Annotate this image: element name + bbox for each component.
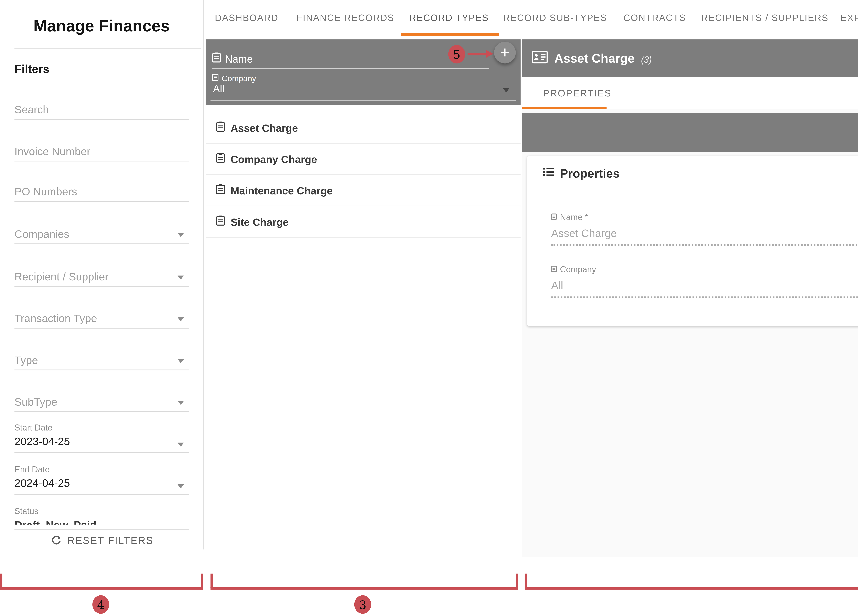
badge-icon [532,50,548,66]
chevron-down-icon[interactable] [177,317,184,321]
chevron-down-icon[interactable] [177,275,184,280]
list-header: Name 5 + Company All [206,39,521,105]
company-field-value[interactable]: All [551,280,858,291]
record-type-list: Asset Charge Company Charge [206,112,521,238]
nav-tab-record-types[interactable]: RECORD TYPES [409,0,489,35]
company-field[interactable]: Company All [551,264,858,298]
start-date-label: Start Date [14,423,189,432]
end-date-label: End Date [14,464,189,474]
filter-recipient-supplier[interactable]: Recipient / Supplier [14,269,189,287]
chevron-down-icon[interactable] [177,359,184,363]
chevron-down-icon[interactable] [177,484,184,488]
chevron-down-icon[interactable] [177,443,184,446]
chevron-down-icon[interactable] [177,401,184,405]
field-underline [14,452,189,453]
filter-type[interactable]: Type [14,353,189,370]
dotted-underline [551,244,858,246]
field-underline [14,119,189,120]
record-type-row[interactable]: Maintenance Charge [206,175,521,207]
start-date-field[interactable]: Start Date 2023-04-25 [14,423,189,448]
reset-filters-label: RESET FILTERS [67,535,154,546]
nav-tab-contracts[interactable]: CONTRACTS [623,0,686,35]
field-underline [14,328,189,328]
detail-tab-bar: PROPERTIES [522,77,858,109]
properties-card: Properties Name * Asset Charge [527,156,858,326]
record-types-list-panel: Name 5 + Company All [206,39,521,557]
filter-placeholder: Recipient / Supplier [14,271,109,283]
name-column-label: Name [225,53,253,65]
manage-finances-screen: Manage Finances Filters SearchInvoice Nu… [0,0,858,616]
dotted-underline [551,297,858,298]
nav-tab-record-sub-types[interactable]: RECORD SUB-TYPES [503,0,607,35]
end-date-field[interactable]: End Date 2024-04-25 [14,464,189,489]
filter-invoice-number[interactable]: Invoice Number [14,144,189,162]
name-field-underline [212,68,489,69]
end-date-value[interactable]: 2024-04-25 [14,477,189,489]
filter-placeholder: Companies [14,228,69,240]
name-field-label: Name * [560,212,588,222]
detail-toolbar-band [522,113,858,152]
status-value-clipped[interactable]: Draft, New, Paid [14,519,189,524]
active-tab-underline [401,33,499,36]
reset-filters-button[interactable]: RESET FILTERS [0,533,204,549]
add-record-type-button[interactable]: + [494,42,516,63]
company-icon [212,73,218,83]
field-underline [14,243,189,244]
nav-tab-recipients-suppliers[interactable]: RECIPIENTS / SUPPLIERS [701,0,828,35]
field-underline [14,160,189,162]
annotation-arrow-5 [468,53,487,55]
detail-header: Asset Charge (3) [522,39,858,77]
filter-placeholder: Invoice Number [14,145,90,157]
name-field-value[interactable]: Asset Charge [551,227,858,240]
annotation-bracket-3 [211,574,518,590]
refresh-icon [51,534,62,548]
company-filter-label-row: Company [212,73,256,83]
filter-placeholder: PO Numbers [14,185,77,198]
filters-sidebar: Manage Finances Filters SearchInvoice Nu… [0,0,204,549]
detail-title: Asset Charge [554,51,634,65]
annotation-bracket-2 [525,574,858,590]
company-filter-label: Company [222,73,256,82]
record-type-row[interactable]: Asset Charge [206,112,521,144]
status-field[interactable]: Status Draft, New, Paid [14,506,189,524]
filter-transaction-type[interactable]: Transaction Type [14,311,189,328]
filter-companies[interactable]: Companies [14,227,189,244]
field-underline [14,286,189,287]
list-icon [543,165,555,180]
properties-heading: Properties [560,166,619,180]
start-date-value[interactable]: 2023-04-25 [14,435,189,447]
name-column-header[interactable]: Name [212,51,253,66]
record-card-icon [216,183,225,198]
field-icon [551,264,557,274]
page-title: Manage Finances [0,17,203,35]
status-label: Status [14,506,189,516]
company-field-underline [211,100,516,101]
detail-count-badge: (3) [641,54,652,64]
chevron-down-icon[interactable] [177,233,184,237]
nav-tab-expense-codes[interactable]: EXPENSE CODES [841,0,858,35]
nav-tab-dashboard[interactable]: DASHBOARD [215,0,278,35]
properties-heading-row: Properties [543,165,620,180]
record-card-icon [216,152,225,166]
record-type-row[interactable]: Site Charge [206,207,521,238]
filter-search[interactable]: Search [14,102,189,120]
field-underline [14,370,189,370]
filter-placeholder: SubType [14,396,58,408]
company-field-label-row: Company [551,264,858,274]
top-tab-bar: DASHBOARDFINANCE RECORDSRECORD TYPESRECO… [204,0,858,35]
annotation-circle-5: 5 [448,45,465,64]
tab-properties[interactable]: PROPERTIES [543,77,612,109]
record-type-detail-panel: Asset Charge (3) PROPERTIES [522,39,858,557]
record-type-name: Site Charge [231,216,289,228]
filter-subtype[interactable]: SubType [14,395,189,412]
company-filter-value[interactable]: All [213,83,225,95]
record-type-name: Company Charge [231,153,317,165]
record-type-row[interactable]: Company Charge [206,144,521,175]
chevron-down-icon[interactable] [503,89,509,92]
nav-tab-finance-records[interactable]: FINANCE RECORDS [297,0,394,35]
filter-po-numbers[interactable]: PO Numbers [14,184,189,202]
name-field[interactable]: Name * Asset Charge [551,212,858,246]
filter-placeholder: Transaction Type [14,313,97,325]
field-underline [14,529,189,530]
filter-placeholder: Search [14,104,49,116]
